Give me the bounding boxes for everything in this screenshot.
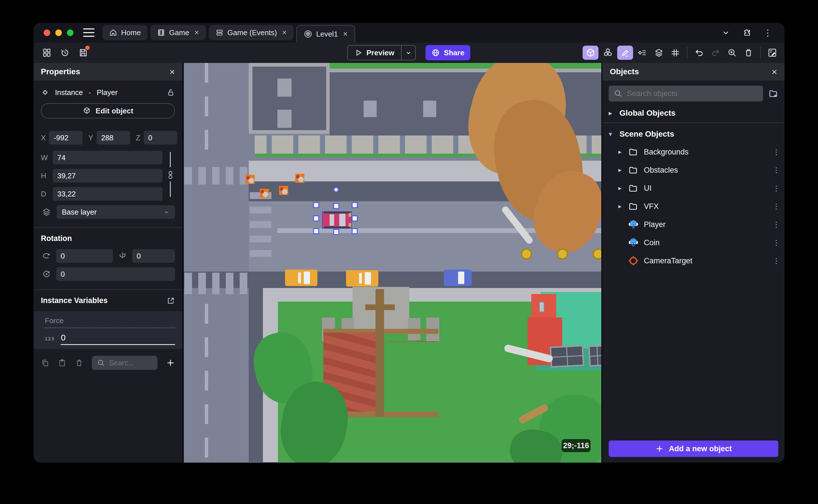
z-input[interactable] [144,131,177,145]
3d-view-toggle-icon[interactable] [583,46,599,60]
rotation-y-input[interactable] [132,249,175,263]
tree-item-cameratarget[interactable]: CameraTarget ⋮ [603,252,785,270]
tree-item-player[interactable]: Player ⋮ [603,215,785,234]
scene-editor-canvas[interactable]: 29;-116 [184,63,601,463]
yellow-car[interactable] [285,270,317,286]
maximize-window-light[interactable] [67,29,73,36]
selection-handle-s[interactable] [333,229,339,235]
objects-search[interactable] [609,86,763,101]
objects-cubes-icon[interactable] [601,46,615,60]
coin[interactable] [521,248,532,260]
coin[interactable] [557,248,568,260]
blue-car[interactable] [444,270,472,286]
menu-icon[interactable] [83,28,94,37]
obstacle-crate[interactable] [260,189,269,198]
selection-handle-nw[interactable] [313,202,319,208]
building-castle[interactable] [249,63,330,134]
rotation-z-input[interactable] [56,267,175,281]
layers-icon[interactable] [652,46,666,60]
tab-game[interactable]: Game × [150,25,206,40]
edit-object-button[interactable]: Edit object [41,103,175,118]
height-input[interactable] [53,169,162,183]
variables-search[interactable] [92,356,157,370]
add-new-object-button[interactable]: Add a new object [609,441,778,457]
grid-icon[interactable] [668,46,682,60]
copy-icon[interactable] [41,359,49,367]
edit-pencil-icon[interactable] [617,46,633,60]
tree-item-coin[interactable]: Coin ⋮ [603,234,785,252]
share-button[interactable]: Share [426,45,470,60]
variable-name: Force [45,316,175,328]
item-menu-icon[interactable]: ⋮ [773,257,780,265]
selection-handle-se[interactable] [352,228,358,234]
tab-close-icon[interactable]: × [194,28,199,37]
variables-search-input[interactable] [109,359,137,367]
tree-item-label: Player [644,220,666,229]
tab-game-events[interactable]: Game (Events) × [209,25,293,40]
instances-list-icon[interactable] [635,46,650,60]
browser-menu-icon[interactable]: ⋮ [764,28,772,38]
tab-close-icon[interactable]: × [343,29,347,39]
tree-item-backgrounds[interactable]: ▸ Backgrounds ⋮ [603,143,785,161]
link-dimensions-toggle[interactable] [166,152,174,197]
global-objects-group[interactable]: ▸ Global Objects [603,105,785,121]
instance-variables-title: Instance Variables [41,296,108,305]
scene-objects-group[interactable]: ▾ Scene Objects [603,126,785,142]
minimize-window-light[interactable] [55,29,62,36]
open-variables-icon[interactable] [166,297,175,305]
preview-button[interactable]: Preview [348,46,401,60]
history-icon[interactable] [58,46,72,60]
tab-close-icon[interactable]: × [282,28,286,37]
width-input[interactable] [53,151,162,164]
item-menu-icon[interactable]: ⋮ [773,148,780,156]
selected-player-car[interactable] [322,211,352,229]
paste-icon[interactable] [58,359,66,367]
project-manager-icon[interactable] [40,46,54,60]
objects-close-icon[interactable]: × [772,67,777,77]
tree-item-vfx[interactable]: ▸ VFX ⋮ [603,197,785,215]
zoom-in-icon[interactable] [725,46,739,60]
selection-handle-e[interactable] [352,215,358,221]
item-menu-icon[interactable]: ⋮ [773,166,780,175]
lock-open-icon[interactable] [166,88,175,97]
selection-handle-n[interactable] [333,203,339,209]
variable-value[interactable]: 0 [61,333,175,345]
variable-row-force[interactable]: Force 123 0 [33,311,182,349]
item-menu-icon[interactable]: ⋮ [773,238,780,247]
obstacle-crate[interactable] [246,175,255,184]
rotation-x-input[interactable] [56,249,113,263]
x-input[interactable] [49,131,83,145]
undo-icon[interactable] [692,46,706,60]
item-menu-icon[interactable]: ⋮ [773,202,780,211]
tab-home[interactable]: Home [102,25,147,40]
selection-handle-sw[interactable] [313,228,319,234]
properties-close-icon[interactable]: × [169,67,175,77]
obstacle-crate[interactable] [295,174,304,183]
events-sheet-icon[interactable] [765,46,779,60]
trash-icon[interactable] [75,359,83,367]
rotation-handle[interactable] [333,187,339,192]
preview-options-chevron[interactable] [401,46,415,60]
close-window-light[interactable] [44,29,50,36]
yellow-car[interactable] [346,270,378,287]
tree-item-obstacles[interactable]: ▸ Obstacles ⋮ [603,161,785,179]
tree-item-ui[interactable]: ▸ UI ⋮ [603,179,785,197]
add-folder-icon[interactable] [768,88,778,99]
selection-handle-w[interactable] [313,215,319,221]
y-input[interactable] [97,131,130,145]
save-icon[interactable] [76,46,90,60]
extensions-puzzle-icon[interactable] [743,28,751,37]
tab-level1[interactable]: Level1 × [296,25,355,43]
selection-handle-ne[interactable] [352,202,358,208]
window-chevron-down-icon[interactable] [722,28,730,37]
rotate-z-icon [41,269,52,279]
depth-input[interactable] [53,187,162,201]
objects-search-input[interactable] [627,89,758,98]
item-menu-icon[interactable]: ⋮ [773,184,780,193]
layer-select[interactable]: Base layer [57,205,175,219]
delete-trash-icon[interactable] [741,46,756,60]
item-menu-icon[interactable]: ⋮ [773,220,780,229]
add-variable-icon[interactable] [166,358,175,367]
obstacle-crate[interactable] [279,186,288,195]
redo-icon[interactable] [709,46,723,60]
